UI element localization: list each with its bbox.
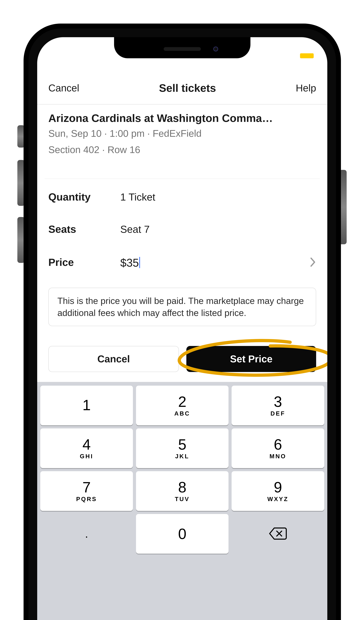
event-subtitle: Sun, Sep 10 · 1:00 pm · FedExField: [48, 128, 316, 139]
price-row[interactable]: Price $35: [48, 255, 316, 269]
price-input[interactable]: $35: [120, 255, 140, 269]
event-block: Arizona Cardinals at Washington Comma… S…: [48, 112, 316, 155]
backspace-icon: [269, 527, 287, 541]
text-cursor: [139, 257, 140, 268]
status-indicator: [300, 53, 314, 58]
key-3[interactable]: 3DEF: [232, 386, 324, 425]
divider: [37, 104, 327, 105]
price-label: Price: [48, 256, 120, 268]
divider: [45, 179, 320, 179]
quantity-value: 1 Ticket: [120, 191, 155, 203]
key-2[interactable]: 2ABC: [136, 386, 229, 425]
key-7[interactable]: 7PQRS: [40, 471, 133, 511]
page-title: Sell tickets: [159, 82, 216, 94]
key-1[interactable]: 1: [40, 386, 133, 425]
quantity-row: Quantity 1 Ticket: [48, 191, 316, 203]
seats-label: Seats: [48, 223, 120, 235]
help-link[interactable]: Help: [296, 82, 316, 94]
cancel-button[interactable]: Cancel: [48, 346, 179, 372]
seats-row: Seats Seat 7: [48, 223, 316, 235]
key-backspace[interactable]: [232, 514, 324, 554]
key-5[interactable]: 5JKL: [136, 428, 229, 468]
notch: [114, 37, 250, 58]
chevron-right-icon[interactable]: [310, 257, 316, 268]
price-value-text: $35: [120, 256, 139, 269]
action-row: Cancel Set Price: [48, 346, 316, 372]
price-info-box: This is the price you will be paid. The …: [48, 288, 316, 326]
key-dot[interactable]: .: [40, 514, 133, 554]
key-6[interactable]: 6MNO: [232, 428, 324, 468]
key-4[interactable]: 4GHI: [40, 428, 133, 468]
phone-frame: Cancel Sell tickets Help Arizona Cardina…: [24, 24, 341, 620]
key-0[interactable]: 0: [136, 514, 229, 554]
screen: Cancel Sell tickets Help Arizona Cardina…: [37, 37, 327, 620]
quantity-label: Quantity: [48, 191, 120, 203]
speaker-grille: [164, 47, 201, 51]
nav-header: Cancel Sell tickets Help: [37, 76, 327, 100]
key-9[interactable]: 9WXYZ: [232, 471, 324, 511]
seats-value: Seat 7: [120, 223, 150, 235]
front-camera: [213, 46, 218, 51]
event-title: Arizona Cardinals at Washington Comma…: [48, 112, 316, 125]
cancel-link[interactable]: Cancel: [48, 82, 79, 94]
event-seat-location: Section 402 · Row 16: [48, 144, 316, 155]
set-price-label: Set Price: [230, 353, 272, 365]
set-price-button[interactable]: Set Price: [186, 346, 316, 372]
key-8[interactable]: 8TUV: [136, 471, 229, 511]
numeric-keypad: 1 2ABC 3DEF 4GHI 5JKL 6MNO 7PQRS 8TUV 9W…: [37, 382, 327, 620]
